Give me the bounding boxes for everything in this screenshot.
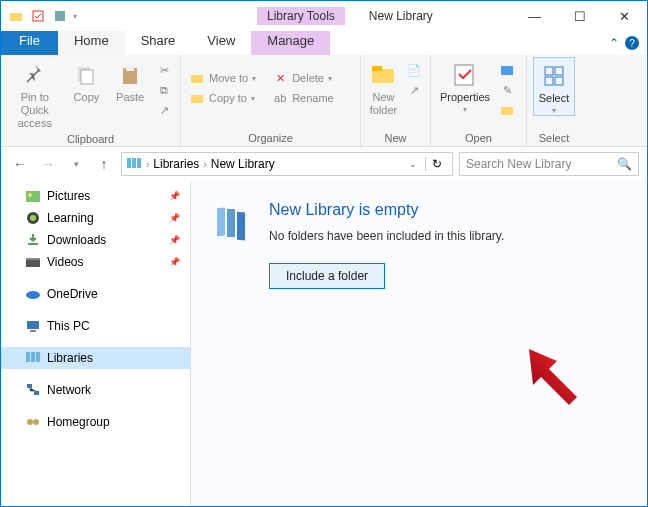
delete-button[interactable]: ✕Delete▾ [270,69,336,87]
up-button[interactable]: ↑ [93,153,115,175]
svg-rect-38 [227,209,235,237]
pin-quick-access-button[interactable]: Pin to Quick access [7,57,63,131]
annotation-arrow-icon [521,341,591,411]
empty-subtext: No folders have been included in this li… [269,229,504,243]
close-button[interactable]: ✕ [602,1,647,31]
learning-icon [25,210,41,226]
window-title: New Library [369,9,433,23]
copy-path-button[interactable]: ⧉ [154,81,174,99]
svg-rect-18 [127,158,131,168]
new-item-button[interactable]: 📄 [404,61,424,79]
search-icon: 🔍 [617,157,632,171]
videos-icon [25,254,41,270]
svg-rect-8 [191,95,203,103]
sidebar-item-downloads[interactable]: Downloads📌 [1,229,190,251]
easy-access-icon: ↗ [406,82,422,98]
tab-manage[interactable]: Manage [251,31,330,55]
history-button[interactable] [497,101,517,119]
qat-item-1[interactable] [29,7,47,25]
collapse-ribbon-icon[interactable]: ⌃ [609,36,619,50]
sidebar-item-homegroup[interactable]: Homegroup [1,411,190,433]
breadcrumb-2[interactable]: New Library [211,157,275,171]
move-to-button[interactable]: Move to▾ [187,69,258,87]
app-icon [7,7,25,25]
include-folder-button[interactable]: Include a folder [269,263,385,289]
move-icon [189,70,205,86]
svg-rect-34 [34,391,39,395]
svg-point-24 [30,215,36,221]
empty-heading: New Library is empty [269,201,504,219]
tab-home[interactable]: Home [58,31,125,55]
new-folder-icon [369,61,399,89]
sidebar-item-videos[interactable]: Videos📌 [1,251,190,273]
open-button[interactable] [497,61,517,79]
ribbon: Pin to Quick access Copy Paste ✂ ⧉ ↗ Cli… [1,55,647,147]
sidebar-item-onedrive[interactable]: OneDrive [1,283,190,305]
svg-rect-31 [31,352,35,362]
rename-icon: ab [272,90,288,106]
cut-button[interactable]: ✂ [154,61,174,79]
back-button[interactable]: ← [9,153,31,175]
quick-access-toolbar: ▾ [7,7,77,25]
edit-icon: ✎ [499,82,515,98]
svg-point-27 [26,291,40,299]
qat-item-2[interactable] [51,7,69,25]
refresh-button[interactable]: ↻ [425,157,448,171]
svg-rect-7 [191,75,203,83]
new-item-icon: 📄 [406,62,422,78]
paste-button[interactable]: Paste [110,57,150,103]
sidebar-item-network[interactable]: Network [1,379,190,401]
help-icon[interactable]: ? [625,36,639,50]
new-folder-button[interactable]: New folder [367,57,400,117]
paste-shortcut-button[interactable]: ↗ [154,101,174,119]
search-input[interactable]: Search New Library 🔍 [459,152,639,176]
qat-dropdown-icon[interactable]: ▾ [73,12,77,21]
navigation-sidebar[interactable]: Pictures📌 Learning📌 Downloads📌 Videos📌 O… [1,181,191,506]
sidebar-item-learning[interactable]: Learning📌 [1,207,190,229]
copy-button[interactable]: Copy [67,57,107,103]
maximize-button[interactable]: ☐ [557,1,602,31]
minimize-button[interactable]: — [512,1,557,31]
svg-rect-11 [455,65,473,85]
pin-icon: 📌 [169,235,180,245]
svg-rect-16 [545,77,553,85]
sidebar-item-pictures[interactable]: Pictures📌 [1,185,190,207]
tab-share[interactable]: Share [125,31,192,55]
rename-button[interactable]: abRename [270,89,336,107]
thispc-icon [25,318,41,334]
easy-access-button[interactable]: ↗ [404,81,424,99]
svg-rect-20 [137,158,141,168]
sidebar-item-thispc[interactable]: This PC [1,315,190,337]
edit-button[interactable]: ✎ [497,81,517,99]
breadcrumb-separator-icon[interactable]: › [146,159,149,170]
properties-button[interactable]: Properties ▾ [437,57,493,114]
svg-rect-12 [501,66,513,75]
libraries-icon [126,156,142,173]
svg-rect-0 [10,13,22,21]
select-button[interactable]: Select ▾ [533,57,575,116]
pin-icon: 📌 [169,257,180,267]
libraries-icon [25,350,41,366]
svg-point-36 [33,419,39,425]
paste-icon [115,61,145,89]
tab-view[interactable]: View [191,31,251,55]
address-bar[interactable]: › Libraries › New Library ⌄ ↻ [121,152,453,176]
svg-rect-39 [237,212,245,241]
select-icon [539,62,569,90]
breadcrumb-1[interactable]: Libraries [153,157,199,171]
svg-rect-26 [26,258,40,260]
breadcrumb-separator-icon[interactable]: › [203,159,206,170]
tab-file[interactable]: File [1,31,58,55]
svg-rect-29 [30,330,36,332]
copy-to-button[interactable]: Copy to▾ [187,89,258,107]
address-dropdown-icon[interactable]: ⌄ [405,159,421,169]
pin-icon [20,61,50,89]
svg-rect-37 [217,208,225,237]
forward-button[interactable]: → [37,153,59,175]
svg-rect-9 [372,69,394,83]
sidebar-item-libraries[interactable]: Libraries [1,347,190,369]
homegroup-icon [25,414,41,430]
copy-icon [71,61,101,89]
group-label-organize: Organize [187,130,354,146]
recent-locations-button[interactable]: ▾ [65,153,87,175]
